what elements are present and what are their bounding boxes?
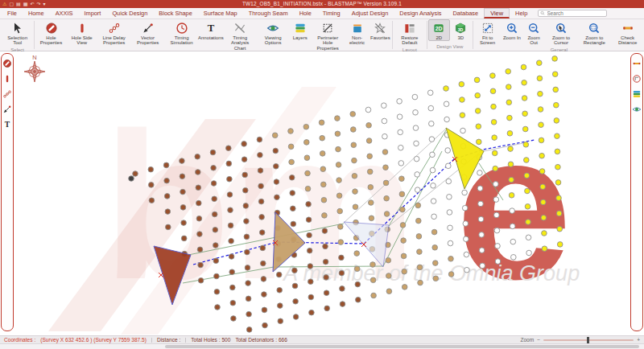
tab-view[interactable]: View <box>484 8 510 18</box>
drill-hole[interactable] <box>448 257 454 262</box>
drill-hole[interactable] <box>492 150 497 156</box>
drill-hole[interactable] <box>554 118 559 124</box>
drill-hole[interactable] <box>447 195 452 200</box>
drill-hole[interactable] <box>258 168 263 174</box>
drill-hole[interactable] <box>510 208 515 214</box>
drill-hole[interactable] <box>339 255 345 261</box>
drill-hole[interactable] <box>509 193 514 199</box>
palette-button-measure-angle[interactable] <box>632 74 642 84</box>
drill-hole[interactable] <box>370 262 376 268</box>
drill-hole[interactable] <box>262 307 267 313</box>
drill-hole[interactable] <box>195 154 200 160</box>
drill-hole[interactable] <box>493 166 498 171</box>
drill-hole[interactable] <box>246 281 251 286</box>
drill-hole[interactable] <box>430 152 436 158</box>
palette-button-line-delay[interactable] <box>2 89 12 99</box>
drill-hole[interactable] <box>181 220 187 226</box>
drill-hole[interactable] <box>277 288 283 294</box>
drill-hole[interactable] <box>417 265 423 270</box>
drill-hole[interactable] <box>448 225 453 231</box>
search-box[interactable] <box>538 10 607 17</box>
drill-hole[interactable] <box>230 285 236 290</box>
drill-hole[interactable] <box>542 231 547 236</box>
drill-hole[interactable] <box>335 116 341 121</box>
drill-hole[interactable] <box>557 242 563 248</box>
drill-hole[interactable] <box>324 290 329 296</box>
drill-hole[interactable] <box>242 172 248 178</box>
drill-hole[interactable] <box>494 212 500 218</box>
drill-hole[interactable] <box>382 103 387 109</box>
drill-hole[interactable] <box>555 180 561 186</box>
drill-hole[interactable] <box>526 235 531 240</box>
drill-hole[interactable] <box>293 299 299 305</box>
drill-hole[interactable] <box>522 80 527 86</box>
zoom-slider-thumb[interactable] <box>587 337 589 343</box>
drill-hole[interactable] <box>398 129 403 135</box>
drill-hole[interactable] <box>431 199 436 204</box>
drill-hole[interactable] <box>444 117 450 122</box>
drill-hole[interactable] <box>448 240 453 246</box>
drill-hole[interactable] <box>494 228 500 233</box>
drill-hole[interactable] <box>555 149 560 154</box>
drill-hole[interactable] <box>398 161 404 166</box>
drill-hole[interactable] <box>365 107 371 113</box>
drill-hole[interactable] <box>552 72 558 77</box>
drill-hole[interactable] <box>432 245 438 251</box>
drill-hole[interactable] <box>212 196 217 202</box>
ribbon-button-timing-simulation[interactable]: Timing Simulation <box>165 19 199 47</box>
drill-hole[interactable] <box>309 310 315 315</box>
drill-hole[interactable] <box>478 201 484 207</box>
drill-hole[interactable] <box>507 131 513 137</box>
drill-hole[interactable] <box>336 193 342 199</box>
drill-hole[interactable] <box>444 86 449 92</box>
drill-hole[interactable] <box>258 153 263 158</box>
drill-hole[interactable] <box>554 102 559 108</box>
drill-hole[interactable] <box>401 238 407 244</box>
drill-hole[interactable] <box>213 258 219 264</box>
tab-timing[interactable]: Timing <box>317 8 346 18</box>
drill-hole[interactable] <box>354 251 360 257</box>
drill-hole[interactable] <box>258 199 264 204</box>
drill-hole[interactable] <box>370 277 376 283</box>
drill-hole[interactable] <box>321 182 327 187</box>
drill-hole[interactable] <box>214 289 220 295</box>
ribbon-button-line-delay-properties[interactable]: Line Delay Properties <box>97 19 131 47</box>
drill-hole[interactable] <box>508 162 514 167</box>
drill-hole[interactable] <box>261 277 266 282</box>
drill-hole[interactable] <box>262 322 268 328</box>
drill-hole[interactable] <box>445 148 451 154</box>
palette-button-annotation-t[interactable]: T <box>2 120 12 129</box>
drill-hole[interactable] <box>149 183 155 188</box>
drill-hole[interactable] <box>475 109 481 114</box>
drill-hole[interactable] <box>320 135 325 141</box>
drill-hole[interactable] <box>245 249 250 255</box>
palette-button-check-distance[interactable] <box>632 59 642 68</box>
drill-hole[interactable] <box>245 265 250 271</box>
drill-hole[interactable] <box>447 210 452 216</box>
drill-hole[interactable] <box>226 146 232 151</box>
drill-hole[interactable] <box>260 245 266 251</box>
drill-hole[interactable] <box>414 156 419 162</box>
drill-hole[interactable] <box>430 167 436 173</box>
drill-hole[interactable] <box>402 285 407 290</box>
drill-hole[interactable] <box>433 261 439 266</box>
drill-hole[interactable] <box>397 114 402 120</box>
drill-hole[interactable] <box>210 150 216 155</box>
drill-hole[interactable] <box>306 217 312 223</box>
drill-hole[interactable] <box>307 248 312 253</box>
drill-hole[interactable] <box>431 183 436 189</box>
drill-hole[interactable] <box>397 99 402 105</box>
drill-hole[interactable] <box>353 204 358 210</box>
drill-hole[interactable] <box>475 92 481 98</box>
ribbon-button-3d[interactable]: 3D3D <box>450 19 472 41</box>
drill-hole[interactable] <box>495 244 501 249</box>
drill-hole[interactable] <box>324 275 329 281</box>
drill-hole[interactable] <box>522 126 528 132</box>
drill-hole[interactable] <box>351 127 357 133</box>
drill-hole[interactable] <box>526 220 531 225</box>
drill-hole[interactable] <box>508 146 514 152</box>
drill-hole[interactable] <box>213 243 219 248</box>
drill-hole[interactable] <box>418 280 423 285</box>
drill-hole[interactable] <box>180 158 185 164</box>
drill-hole[interactable] <box>229 254 234 260</box>
